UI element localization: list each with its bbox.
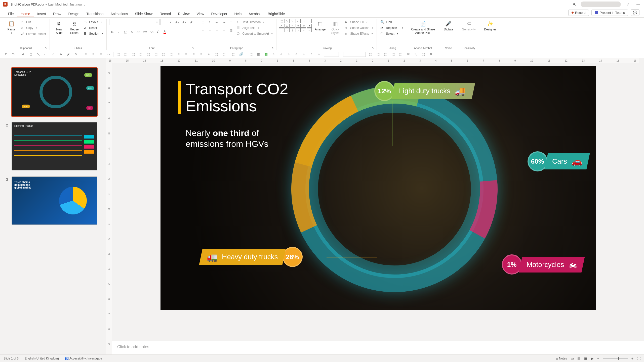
qat-btn[interactable]: ⬚	[123, 52, 129, 57]
font-color-button[interactable]: A	[162, 29, 168, 35]
font-name-combo[interactable]: ▾	[109, 19, 159, 25]
qat-btn[interactable]: ⬚	[248, 52, 254, 57]
designer-button[interactable]: ✨Designer	[482, 19, 498, 32]
fit-window-icon[interactable]: ⛶	[637, 356, 640, 360]
select-button[interactable]: ⬚Select▾	[379, 31, 404, 36]
italic-button[interactable]: I	[116, 29, 122, 35]
chevron-down-icon[interactable]: ⌄	[83, 3, 86, 6]
shape-effects-button[interactable]: ◈Shape Effects▾	[344, 31, 374, 36]
qat-btn[interactable]: ▭	[106, 52, 111, 57]
qat-btn[interactable]: ⬚	[390, 52, 396, 57]
find-button[interactable]: 🔍Find	[379, 20, 404, 24]
shape-outline-button[interactable]: ◇Shape Outline▾	[344, 25, 374, 30]
ruler-vertical[interactable]: 9876543210123456789	[106, 63, 112, 354]
qat-btn[interactable]: ⬚	[153, 52, 159, 57]
paste-button[interactable]: 📋Paste▾	[5, 19, 18, 35]
qat-btn[interactable]: ☆	[271, 52, 276, 57]
qat-btn[interactable]: 🖌	[66, 52, 71, 57]
shadow-button[interactable]: ab	[135, 29, 141, 35]
launcher-icon[interactable]: ⬊	[45, 47, 47, 49]
dictate-button[interactable]: 🎤Dictate	[442, 19, 455, 32]
language-button[interactable]: English (United Kingdom)	[25, 357, 59, 360]
tab-file[interactable]: File	[5, 10, 17, 17]
ribbon-mode-icon[interactable]: ⤢	[625, 2, 631, 6]
qat-btn[interactable]: ≡	[198, 52, 204, 57]
tab-slideshow[interactable]: Slide Show	[131, 10, 156, 17]
slide-canvas[interactable]: Transport CO2 Emissions Nearly one third…	[160, 66, 596, 310]
record-button[interactable]: Record	[568, 10, 589, 16]
thumbnail-3[interactable]: Three chains dominate the global market	[12, 176, 97, 225]
reset-button[interactable]: ↺Reset	[83, 25, 104, 30]
dec-indent-button[interactable]: ⇤	[214, 19, 220, 25]
qat-btn[interactable]: ☆	[301, 52, 307, 57]
font-size-combo[interactable]: ▾	[160, 19, 173, 25]
tab-transitions[interactable]: Transitions	[83, 10, 107, 17]
account-pill[interactable]	[581, 2, 621, 7]
slideshow-view-icon[interactable]: ▶	[591, 356, 594, 360]
qat-btn[interactable]: ▦	[256, 52, 261, 57]
case-button[interactable]: Aa	[148, 29, 154, 35]
inc-indent-button[interactable]: ⇥	[221, 19, 227, 25]
bullets-button[interactable]: ≣	[199, 19, 206, 25]
shapes-gallery[interactable]: ⬚＼＼▭▭○ △⬠⇨⇨☆▾ ⌒〜{}☆≡	[279, 19, 312, 32]
qat-btn[interactable]: ▦	[263, 52, 269, 57]
qat-btn[interactable]: ⬚	[131, 52, 136, 57]
columns-button[interactable]: ▥	[228, 27, 234, 33]
align-center-button[interactable]: ≡	[207, 27, 213, 33]
tab-home[interactable]: Home	[17, 10, 34, 17]
qat-btn[interactable]: ✕	[428, 52, 434, 57]
qat-btn[interactable]: ≡	[91, 52, 96, 57]
qat-btn[interactable]: ⬚	[383, 52, 388, 57]
qat-btn[interactable]: ✦	[206, 52, 212, 57]
tab-review[interactable]: Review	[175, 10, 193, 17]
shape-fill-button[interactable]: ◆Shape Fill▾	[344, 20, 374, 24]
qat-btn[interactable]: ⬚	[221, 52, 227, 57]
qat-btn[interactable]: ≡	[183, 52, 189, 57]
callout-light-trucks[interactable]: 12% Light duty trucks🚚	[374, 81, 473, 101]
minimize-icon[interactable]: —	[635, 2, 641, 6]
qat-btn[interactable]: ☆	[294, 52, 299, 57]
qat-btn[interactable]: ☆	[286, 52, 292, 57]
justify-button[interactable]: ≡	[221, 27, 227, 33]
qat-btn[interactable]: ⬚	[214, 52, 219, 57]
notes-toggle[interactable]: ≣ Notes	[556, 357, 567, 360]
cut-button[interactable]: ✂Cut	[20, 20, 47, 24]
qat-btn[interactable]: ＼	[35, 52, 41, 57]
layout-button[interactable]: ▭Layout▾	[83, 20, 104, 24]
increase-font-icon[interactable]: A▴	[174, 19, 180, 25]
undo-button[interactable]: ↶	[3, 52, 9, 57]
smartart-button[interactable]: ⬡Convert to SmartArt▾	[236, 31, 274, 36]
qat-combo[interactable]	[324, 52, 339, 57]
qat-btn[interactable]: ＼	[413, 52, 419, 57]
qat-combo[interactable]	[343, 52, 366, 57]
qat-btn[interactable]: ◻	[28, 52, 33, 57]
create-pdf-button[interactable]: 📄Create and Share Adobe PDF	[410, 19, 436, 36]
tab-animations[interactable]: Animations	[107, 10, 131, 17]
copy-button[interactable]: ⧉Copy▾	[20, 25, 47, 30]
callout-heavy-trucks[interactable]: 🚛Heavy duty trucks 26%	[201, 247, 303, 267]
numbering-button[interactable]: ⒈	[207, 19, 213, 25]
align-text-button[interactable]: ☰Align Text▾	[236, 25, 274, 30]
qat-btn[interactable]: ☆	[278, 52, 284, 57]
underline-button[interactable]: U	[122, 29, 128, 35]
align-right-button[interactable]: ≡	[214, 27, 220, 33]
qat-btn[interactable]: ≡	[83, 52, 89, 57]
thumbnail-1[interactable]: Transport CO2 Emissions 12% 60% 26% 1%	[12, 68, 97, 116]
tab-view[interactable]: View	[193, 10, 208, 17]
notes-pane[interactable]: Click to add notes	[112, 341, 644, 354]
launcher-icon[interactable]: ⬊	[192, 47, 194, 49]
qat-btn[interactable]: ⬚	[138, 52, 144, 57]
qat-btn[interactable]: 🔗	[238, 52, 244, 57]
zoom-in-button[interactable]: +	[631, 356, 633, 360]
slide-title[interactable]: Transport CO2 Emissions	[186, 80, 288, 115]
qat-btn[interactable]: ☆	[309, 52, 314, 57]
accessibility-button[interactable]: ♿ Accessibility: Investigate	[65, 357, 102, 360]
tab-help[interactable]: Help	[231, 10, 245, 17]
qat-btn[interactable]: ▭	[43, 52, 49, 57]
arrange-button[interactable]: ⬚Arrange	[313, 19, 327, 32]
qat-btn[interactable]: ⬚	[168, 52, 174, 57]
reuse-slides-button[interactable]: ⎘Reuse Slides	[67, 19, 81, 36]
tab-brightslide[interactable]: BrightSlide	[264, 10, 288, 17]
file-name[interactable]: BrightCarbon PDF.pptx	[11, 3, 44, 6]
last-modified[interactable]: Last Modified: Just now	[48, 3, 83, 6]
